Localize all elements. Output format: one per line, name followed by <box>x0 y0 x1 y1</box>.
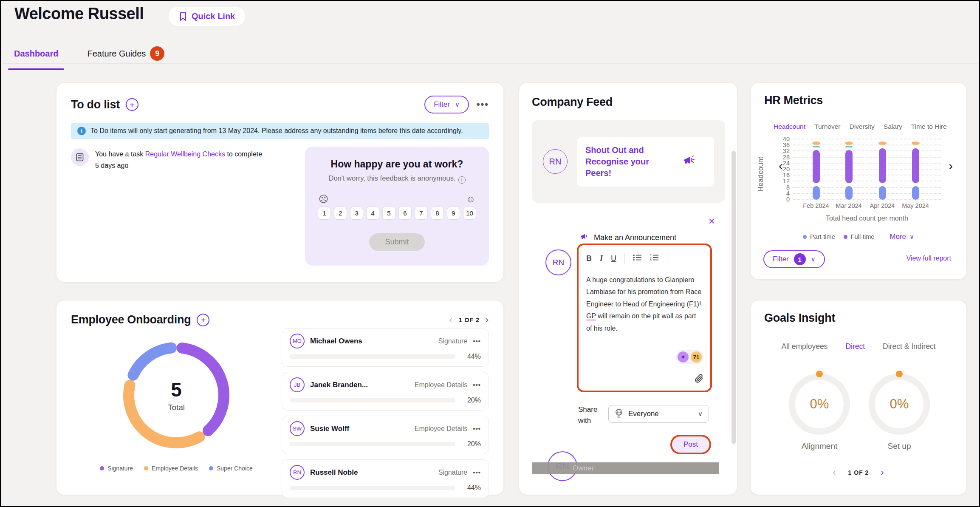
announcement-body[interactable]: A huge congratulations to Gianpiero Lamb… <box>586 274 703 334</box>
info-icon[interactable]: i <box>458 176 466 184</box>
chevron-down-icon: ∨ <box>455 101 460 108</box>
sparkle-icon[interactable]: ✦ <box>678 351 689 363</box>
score-button-1[interactable]: 1 <box>318 207 331 220</box>
chart-next-icon[interactable]: › <box>949 159 953 173</box>
progress-bar <box>290 398 455 402</box>
ring-percent-value: 0% <box>890 397 909 412</box>
employee-stage: Employee Details <box>415 425 468 433</box>
hr-tab-time-to-hire[interactable]: Time to Hire <box>911 123 947 130</box>
feed-title: Company Feed <box>532 96 613 109</box>
y-tick-label: 20 <box>774 166 790 173</box>
score-button-4[interactable]: 4 <box>366 207 379 220</box>
goals-tab-direct-indirect[interactable]: Direct & Indirect <box>883 342 935 351</box>
employee-stage: Signature <box>438 337 468 345</box>
y-axis-label: Headcount <box>757 142 765 206</box>
employee-name: Russell Noble <box>310 468 358 477</box>
shoutout-banner[interactable]: RN Shout Out and Recognise your Peers! <box>532 120 725 203</box>
bar-full-time <box>912 148 919 183</box>
bookmark-icon <box>179 12 187 21</box>
employee-row[interactable]: SW Susie Wolff Employee Details ••• 20% <box>282 416 489 454</box>
hr-tab-salary[interactable]: Salary <box>884 123 902 130</box>
legend-item: Signature <box>100 465 133 472</box>
add-todo-icon[interactable]: + <box>126 98 138 111</box>
x-tick-label: Mar 2024 <box>830 202 868 209</box>
ring-label: Set up <box>857 442 942 451</box>
onboarding-prev-icon[interactable]: ‹ <box>449 314 453 326</box>
hr-filter-button[interactable]: Filter 1 ∨ <box>763 250 825 268</box>
underline-icon[interactable]: U <box>611 254 616 263</box>
progress-percent: 44% <box>461 353 481 360</box>
avatar: JB <box>290 377 305 392</box>
y-tick-label: 36 <box>774 142 790 148</box>
row-more-icon[interactable]: ••• <box>473 337 481 345</box>
score-button-8[interactable]: 8 <box>431 207 444 220</box>
shoutout-text: Shout Out and Recognise your Peers! <box>585 144 677 179</box>
notification-badge: 9 <box>150 46 164 61</box>
y-tick-label: 0 <box>774 196 790 203</box>
row-more-icon[interactable]: ••• <box>473 381 481 388</box>
row-more-icon[interactable]: ••• <box>473 469 481 476</box>
numbered-list-icon[interactable]: 123 <box>650 254 659 263</box>
employee-row[interactable]: MO Michael Owens Signature ••• 44% <box>282 328 489 367</box>
view-full-report-link[interactable]: View full report <box>906 255 951 262</box>
chevron-down-icon: ∨ <box>698 410 703 418</box>
score-button-7[interactable]: 7 <box>415 207 428 220</box>
spellcheck-marked-word: GP <box>586 312 596 320</box>
score-button-9[interactable]: 9 <box>447 207 460 220</box>
todo-title: To do list <box>71 98 120 111</box>
hr-tab-diversity[interactable]: Diversity <box>849 123 874 130</box>
share-audience-select[interactable]: Everyone ∨ <box>608 405 709 423</box>
goals-tab-all-employees[interactable]: All employees <box>781 342 827 351</box>
score-button-5[interactable]: 5 <box>382 207 395 220</box>
reaction-count-badge: 71 <box>691 351 702 363</box>
hr-tab-headcount[interactable]: Headcount <box>774 123 805 130</box>
todo-filter-button[interactable]: Filter ∨ <box>424 96 469 113</box>
add-employee-icon[interactable]: + <box>197 314 209 326</box>
task-document-icon <box>71 148 89 166</box>
bullet-list-icon[interactable] <box>633 254 642 263</box>
announcement-editor[interactable]: B I U 123 A huge congratulations to Gian… <box>577 244 712 392</box>
employee-row[interactable]: RN Russell Noble Signature ••• 44% <box>282 459 489 498</box>
progress-percent: 20% <box>461 397 481 404</box>
progress-bar <box>290 486 455 490</box>
employee-row[interactable]: JB Janek Branden... Employee Details •••… <box>282 372 489 411</box>
bar-part-time <box>912 186 919 200</box>
survey-submit-button[interactable]: Submit <box>369 233 425 251</box>
ring-label: Alignment <box>777 442 862 451</box>
task-link[interactable]: Regular Wellbeing Checks <box>145 150 225 158</box>
score-button-10[interactable]: 10 <box>463 207 476 220</box>
goals-next-icon[interactable]: › <box>881 467 884 478</box>
tabs-divider <box>3 63 977 64</box>
todo-task-item[interactable]: You have a task Regular Wellbeing Checks… <box>71 147 300 266</box>
score-button-6[interactable]: 6 <box>398 207 412 220</box>
employee-list: MO Michael Owens Signature ••• 44% JB Ja… <box>282 328 489 498</box>
close-icon[interactable]: × <box>709 215 715 227</box>
row-more-icon[interactable]: ••• <box>473 425 481 432</box>
survey-score-row: 12345678910 <box>318 207 476 220</box>
hr-metrics-card: HR Metrics HeadcountTurnoverDiversitySal… <box>750 82 967 280</box>
more-dropdown[interactable]: More∨ <box>890 232 914 241</box>
bold-icon[interactable]: B <box>586 254 592 263</box>
hr-tab-turnover[interactable]: Turnover <box>814 123 840 130</box>
tab-feature-guides[interactable]: Feature Guides9 <box>81 44 170 69</box>
italic-icon[interactable]: I <box>600 254 603 263</box>
attachment-icon[interactable] <box>694 374 704 386</box>
owner-overlay-bar: Owner <box>532 462 719 474</box>
y-tick-label: 32 <box>774 147 790 154</box>
goals-prev-icon[interactable]: ‹ <box>833 467 836 478</box>
reactions-pill[interactable]: ✦ 71 <box>676 350 703 364</box>
score-button-3[interactable]: 3 <box>350 207 363 220</box>
progress-percent: 20% <box>461 440 481 448</box>
goals-page-indicator: 1 OF 2 <box>848 469 869 476</box>
todo-more-icon[interactable]: ••• <box>477 99 489 110</box>
feed-scrollbar[interactable] <box>731 151 736 444</box>
legend-item: Employee Details <box>144 465 198 472</box>
quick-link-button[interactable]: Quick Link <box>169 7 245 26</box>
tab-dashboard[interactable]: Dashboard <box>8 44 64 69</box>
y-tick-label: 12 <box>774 178 790 184</box>
goals-tab-direct[interactable]: Direct <box>845 342 865 351</box>
employee-onboarding-card: Employee Onboarding + ‹ 1 OF 2 › 5 Total… <box>56 300 504 495</box>
score-button-2[interactable]: 2 <box>334 207 347 220</box>
chevron-down-icon: ∨ <box>909 233 914 241</box>
onboarding-next-icon[interactable]: › <box>486 314 489 326</box>
